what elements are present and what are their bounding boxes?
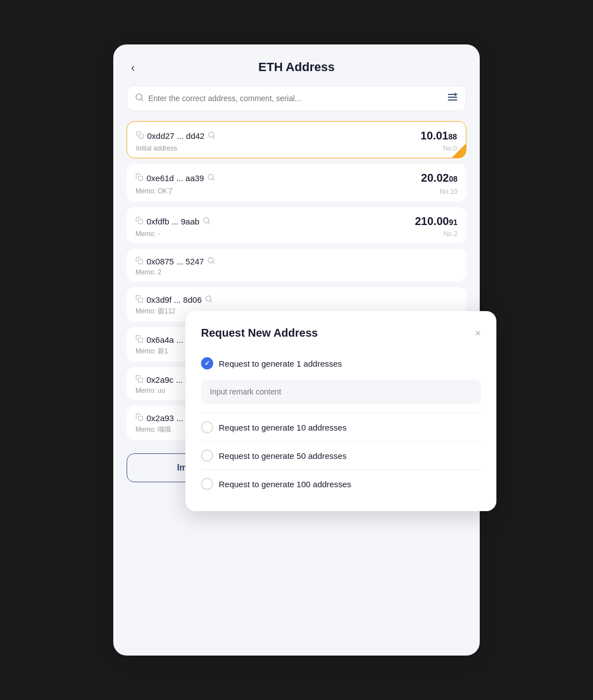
copy-icon-1[interactable] xyxy=(135,173,143,183)
svg-line-7 xyxy=(213,137,215,138)
radio-label-1: Request to generate 10 addresses xyxy=(219,423,346,432)
copy-icon-4[interactable] xyxy=(135,295,143,304)
address-item-1[interactable]: 0xe61d ... aa39 20.0208 Memo: OK了 No.10 xyxy=(127,164,466,202)
memo-5: Memo: 新1 xyxy=(135,347,168,356)
search-addr-icon-3[interactable] xyxy=(207,257,215,266)
divider-3 xyxy=(201,469,481,470)
search-addr-icon-4[interactable] xyxy=(205,295,213,304)
svg-line-19 xyxy=(210,301,212,302)
request-modal: Request New Address × ✓ Request to gener… xyxy=(185,311,496,511)
active-badge-0 xyxy=(446,138,466,158)
search-addr-icon-1[interactable] xyxy=(207,173,215,183)
radio-option-2[interactable]: Request to generate 50 addresses xyxy=(201,444,481,467)
copy-icon-0[interactable] xyxy=(136,131,144,141)
svg-rect-23 xyxy=(138,378,143,382)
modal-close-button[interactable]: × xyxy=(475,328,481,338)
serial-2: No.2 xyxy=(444,230,458,238)
back-button[interactable]: ‹ xyxy=(127,59,139,76)
modal-header: Request New Address × xyxy=(201,327,481,339)
memo-1: Memo: OK了 xyxy=(135,187,174,196)
radio-circle-1 xyxy=(201,421,213,433)
address-text-3: 0x0875 ... 5247 xyxy=(147,257,204,266)
divider-2 xyxy=(201,441,481,442)
svg-rect-20 xyxy=(138,338,143,342)
svg-rect-14 xyxy=(138,259,143,264)
address-text-1: 0xe61d ... aa39 xyxy=(147,173,204,183)
search-input[interactable] xyxy=(148,94,443,103)
memo-3: Memo: 2 xyxy=(135,268,162,276)
svg-rect-8 xyxy=(138,176,143,181)
divider-1 xyxy=(201,413,481,413)
svg-line-1 xyxy=(141,99,143,101)
radio-label-0: Request to generate 1 addresses xyxy=(219,359,342,368)
address-text-0: 0xdd27 ... dd42 xyxy=(147,131,204,141)
address-text-4: 0x3d9f ... 8d06 xyxy=(147,295,202,304)
search-bar xyxy=(127,86,466,111)
radio-circle-3 xyxy=(201,478,213,490)
svg-rect-26 xyxy=(138,416,143,421)
main-card: ‹ ETH Address xyxy=(113,44,480,656)
remark-input[interactable] xyxy=(201,379,481,404)
copy-icon-6[interactable] xyxy=(135,375,143,384)
svg-line-10 xyxy=(213,179,214,181)
serial-1: No.10 xyxy=(440,188,458,196)
search-addr-icon-2[interactable] xyxy=(203,217,210,226)
page-title: ETH Address xyxy=(258,60,334,74)
svg-line-16 xyxy=(213,262,214,264)
svg-line-13 xyxy=(208,222,210,224)
memo-0: Initial address xyxy=(136,144,177,152)
search-addr-icon-0[interactable] xyxy=(208,131,215,141)
memo-2: Memo: - xyxy=(135,230,160,238)
radio-label-2: Request to generate 50 addresses xyxy=(219,451,346,461)
radio-circle-2 xyxy=(201,449,213,462)
memo-4: Memo: 圆112 xyxy=(135,307,175,316)
copy-icon-3[interactable] xyxy=(135,257,143,266)
memo-7: Memo: 哦哦 xyxy=(135,425,171,434)
modal-title: Request New Address xyxy=(201,327,318,339)
address-item-0[interactable]: 0xdd27 ... dd42 10.0188 Initial address … xyxy=(127,121,466,158)
amount-1: 20.0208 xyxy=(421,172,458,184)
memo-6: Memo: uu xyxy=(135,387,165,394)
address-text-2: 0xfdfb ... 9aab xyxy=(147,217,199,226)
radio-option-1[interactable]: Request to generate 10 addresses xyxy=(201,416,481,439)
copy-icon-5[interactable] xyxy=(135,335,143,344)
radio-option-3[interactable]: Request to generate 100 addresses xyxy=(201,472,481,496)
radio-option-0[interactable]: ✓ Request to generate 1 addresses xyxy=(201,352,481,375)
svg-rect-11 xyxy=(138,219,143,224)
svg-rect-17 xyxy=(138,298,143,302)
header: ‹ ETH Address xyxy=(127,60,466,74)
address-item-3[interactable]: 0x0875 ... 5247 Memo: 2 xyxy=(127,249,466,282)
copy-icon-7[interactable] xyxy=(135,413,143,423)
radio-label-3: Request to generate 100 addresses xyxy=(219,479,351,489)
address-item-2[interactable]: 0xfdfb ... 9aab 210.0091 Memo: - No.2 xyxy=(127,207,466,243)
copy-icon-2[interactable] xyxy=(135,217,143,226)
radio-circle-0: ✓ xyxy=(201,357,213,369)
svg-rect-5 xyxy=(139,134,143,138)
amount-2: 210.0091 xyxy=(415,215,458,228)
filter-icon[interactable] xyxy=(447,92,458,105)
search-icon xyxy=(135,93,144,104)
